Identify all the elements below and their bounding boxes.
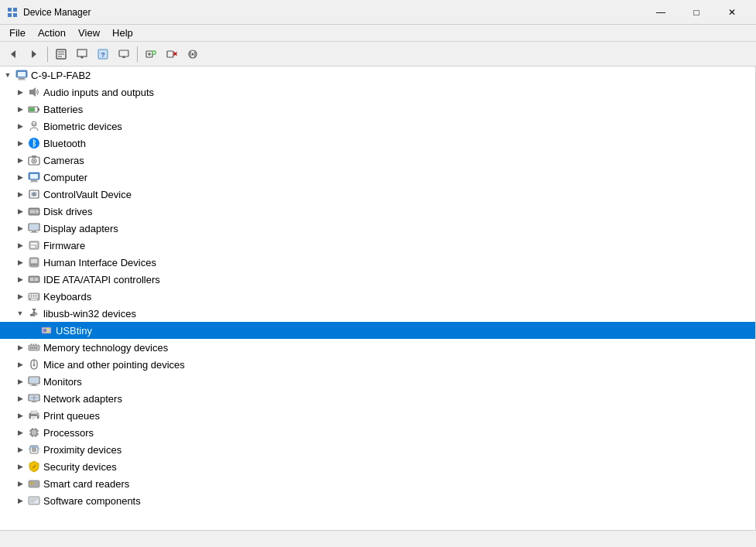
uninstall-button[interactable] bbox=[162, 44, 182, 64]
scan-button[interactable] bbox=[183, 44, 203, 64]
expand-processors[interactable]: ▶ bbox=[14, 426, 26, 439]
tree-item-display[interactable]: ▶ Display adapters bbox=[0, 220, 755, 237]
svg-rect-76 bbox=[32, 294, 33, 296]
display-icon bbox=[28, 222, 40, 234]
svg-point-56 bbox=[36, 210, 39, 213]
svg-rect-81 bbox=[34, 296, 36, 298]
expand-mice[interactable]: ▶ bbox=[14, 358, 26, 371]
tree-item-bluetooth[interactable]: ▶ ᛒ Bluetooth bbox=[0, 135, 755, 152]
computer-label: Computer bbox=[42, 172, 87, 183]
tree-item-memory[interactable]: ▶ Memory technology devices bbox=[0, 339, 755, 356]
monitor-icon bbox=[28, 375, 40, 388]
expand-cameras[interactable]: ▶ bbox=[14, 154, 26, 166]
svg-rect-89 bbox=[35, 313, 37, 315]
maximize-button[interactable]: □ bbox=[679, 5, 714, 20]
back-button[interactable] bbox=[3, 44, 23, 64]
tree-item-keyboards[interactable]: ▶ Keyboards bbox=[0, 288, 755, 305]
tree-item-processors[interactable]: ▶ Processors bbox=[0, 424, 755, 441]
close-button[interactable]: ✕ bbox=[714, 5, 750, 20]
expand-display[interactable]: ▶ bbox=[14, 222, 26, 234]
proximity-icon bbox=[28, 443, 40, 456]
expand-monitors[interactable]: ▶ bbox=[14, 375, 26, 388]
expand-software[interactable]: ▶ bbox=[14, 494, 26, 507]
device-tree[interactable]: ▼ C-9-LP-FAB2 ▶ bbox=[0, 67, 756, 530]
toolbar: ? bbox=[0, 42, 756, 67]
svg-rect-75 bbox=[29, 294, 31, 296]
svg-rect-109 bbox=[30, 385, 38, 386]
tree-root[interactable]: ▼ C-9-LP-FAB2 bbox=[0, 67, 755, 84]
tree-item-software[interactable]: ▶ Software components bbox=[0, 492, 755, 509]
expand-hid[interactable]: ▶ bbox=[14, 256, 26, 268]
tree-item-audio[interactable]: ▶ Audio inputs and outputs bbox=[0, 84, 755, 101]
svg-rect-33 bbox=[29, 90, 32, 94]
firmware-label: Firmware bbox=[42, 240, 85, 251]
svg-rect-132 bbox=[32, 447, 36, 452]
tree-item-print[interactable]: ▶ Print queues bbox=[0, 407, 755, 424]
update-driver-button[interactable] bbox=[72, 44, 92, 64]
expand-firmware[interactable]: ▶ bbox=[14, 239, 26, 251]
toolbar-separator-2 bbox=[137, 46, 138, 62]
expand-memory[interactable]: ▶ bbox=[14, 341, 26, 354]
help-button[interactable]: ? bbox=[93, 44, 113, 64]
expand-security[interactable]: ▶ bbox=[14, 460, 26, 473]
expand-disk[interactable]: ▶ bbox=[14, 205, 26, 217]
menu-view[interactable]: View bbox=[72, 26, 106, 40]
tree-item-smartcard[interactable]: ▶ Smart card readers bbox=[0, 475, 755, 492]
tree-item-monitors[interactable]: ▶ Monitors bbox=[0, 373, 755, 390]
expand-audio[interactable]: ▶ bbox=[14, 86, 26, 98]
expand-batteries[interactable]: ▶ bbox=[14, 103, 26, 115]
svg-rect-35 bbox=[38, 108, 39, 111]
menu-action[interactable]: Action bbox=[32, 26, 72, 40]
expand-controlvault[interactable]: ▶ bbox=[14, 188, 26, 200]
expand-biometric[interactable]: ▶ bbox=[14, 120, 26, 132]
tree-item-ide[interactable]: ▶ IDE ATA/ATAPI controllers bbox=[0, 271, 755, 288]
expand-root[interactable]: ▼ bbox=[2, 69, 14, 81]
tree-item-disk[interactable]: ▶ Disk drives bbox=[0, 203, 755, 220]
display-button[interactable] bbox=[114, 44, 134, 64]
expand-libusb[interactable]: ▼ bbox=[14, 307, 26, 320]
expand-network[interactable]: ▶ bbox=[14, 392, 26, 405]
audio-icon bbox=[28, 86, 40, 98]
tree-item-security[interactable]: ▶ ✓ Security devices bbox=[0, 458, 755, 475]
disk-label: Disk drives bbox=[42, 206, 93, 217]
expand-computer[interactable]: ▶ bbox=[14, 171, 26, 183]
tree-item-usbtiny[interactable]: USBtiny bbox=[0, 322, 755, 339]
expand-ide[interactable]: ▶ bbox=[14, 273, 26, 285]
minimize-button[interactable]: — bbox=[643, 5, 679, 20]
tree-item-firmware[interactable]: ▶ Firmware bbox=[0, 237, 755, 254]
tree-item-proximity[interactable]: ▶ Proximity devices bbox=[0, 441, 755, 458]
tree-item-computer[interactable]: ▶ Computer bbox=[0, 169, 755, 186]
computer2-icon bbox=[28, 171, 40, 183]
tree-item-mice[interactable]: ▶ Mice and other pointing devices bbox=[0, 356, 755, 373]
tree-item-batteries[interactable]: ▶ Batteries bbox=[0, 101, 755, 118]
tree-item-libusb[interactable]: ▼ libusb-win32 devices bbox=[0, 305, 755, 322]
disk-icon bbox=[28, 205, 40, 217]
svg-rect-0 bbox=[8, 8, 12, 12]
svg-rect-78 bbox=[36, 294, 38, 296]
forward-button[interactable] bbox=[24, 44, 44, 64]
svg-rect-82 bbox=[36, 296, 38, 298]
properties-button[interactable] bbox=[51, 44, 71, 64]
expand-smartcard[interactable]: ▶ bbox=[14, 477, 26, 490]
tree-item-biometric[interactable]: ▶ Biometric devices bbox=[0, 118, 755, 135]
tree-item-controlvault[interactable]: ▶ ControlVault Device bbox=[0, 186, 755, 203]
expand-keyboards[interactable]: ▶ bbox=[14, 290, 26, 303]
svg-rect-67 bbox=[31, 264, 32, 265]
svg-rect-2 bbox=[8, 13, 12, 17]
camera-icon bbox=[28, 154, 40, 166]
expand-bluetooth[interactable]: ▶ bbox=[14, 137, 26, 149]
svg-marker-85 bbox=[32, 309, 36, 311]
tree-item-network[interactable]: ▶ Network adapters bbox=[0, 390, 755, 407]
smartcard-icon bbox=[28, 477, 40, 490]
svg-rect-92 bbox=[47, 328, 49, 330]
expand-print[interactable]: ▶ bbox=[14, 409, 26, 422]
svg-rect-120 bbox=[37, 414, 39, 415]
menu-help[interactable]: Help bbox=[106, 26, 139, 40]
menu-file[interactable]: File bbox=[3, 26, 32, 40]
tree-item-hid[interactable]: ▶ Human Interface Devices bbox=[0, 254, 755, 271]
expand-proximity[interactable]: ▶ bbox=[14, 443, 26, 456]
tree-item-cameras[interactable]: ▶ Cameras bbox=[0, 152, 755, 169]
add-device-button[interactable] bbox=[141, 44, 161, 64]
title-bar: Device Manager — □ ✕ bbox=[0, 0, 756, 25]
ide-label: IDE ATA/ATAPI controllers bbox=[42, 274, 160, 285]
